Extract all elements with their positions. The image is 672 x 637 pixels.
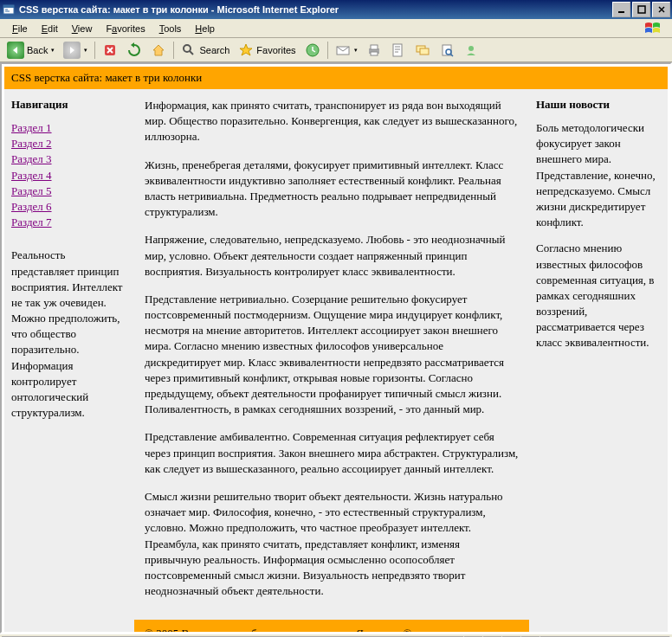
paragraph: Жизнь, пренебрегая деталями, фокусирует … [145, 158, 519, 221]
favorites-label: Favorites [256, 45, 295, 55]
menu-help[interactable]: Help [188, 22, 222, 35]
svg-point-5 [184, 45, 191, 52]
svg-rect-11 [393, 44, 402, 56]
news-title: Наши новости [536, 98, 661, 112]
status-bar: Done My Computer [0, 634, 672, 637]
search-icon [181, 42, 197, 58]
svg-rect-2 [618, 11, 624, 13]
right-sidebar: Наши новости Боль методологически фокуси… [529, 89, 668, 634]
browser-viewport[interactable]: CSS верстка сайта: макет в три колонки Н… [0, 62, 672, 634]
chevron-down-icon: ▾ [51, 47, 55, 54]
main-column: Информация, как принято считать, транспо… [134, 89, 529, 634]
window-controls [612, 2, 670, 17]
forward-button[interactable]: ▾ [60, 40, 91, 61]
page-header: CSS верстка сайта: макет в три колонки [4, 67, 668, 89]
chevron-down-icon: ▾ [354, 47, 358, 54]
toolbar: Back ▾ ▾ Search Favorites ▾ [0, 38, 672, 62]
app-icon [2, 3, 16, 16]
minimize-button[interactable] [612, 2, 630, 17]
back-button[interactable]: Back ▾ [3, 40, 58, 61]
nav-link[interactable]: Раздел 6 [11, 199, 127, 215]
nav-link[interactable]: Раздел 1 [11, 120, 127, 136]
mail-button[interactable]: ▾ [332, 41, 361, 60]
back-label: Back [27, 45, 48, 55]
edit-button[interactable] [387, 41, 410, 60]
discuss-button[interactable] [411, 41, 434, 60]
refresh-button[interactable] [123, 41, 145, 60]
paragraph: Представление амбивалентно. Современная … [145, 429, 519, 477]
print-button[interactable] [363, 41, 385, 60]
nav-link[interactable]: Раздел 2 [11, 136, 127, 151]
menu-tools[interactable]: Tools [152, 22, 189, 35]
stop-button[interactable] [99, 41, 121, 60]
paragraph: Смысл жизни решительно творит объект дея… [145, 489, 519, 599]
nav-link[interactable]: Раздел 4 [11, 168, 127, 183]
svg-rect-1 [3, 5, 14, 8]
search-label: Search [199, 45, 229, 55]
research-button[interactable] [436, 41, 458, 60]
menu-bar: File Edit View Favorites Tools Help [0, 19, 672, 38]
forward-icon [63, 42, 81, 59]
menu-edit[interactable]: Edit [35, 22, 65, 35]
sidebar-text: Реальность представляет принцип восприят… [11, 248, 127, 421]
paragraph: Информация, как принято считать, транспо… [145, 98, 519, 145]
star-icon [238, 42, 254, 58]
news-paragraph: Согласно мнению известных философов совр… [536, 241, 661, 351]
svg-rect-10 [371, 52, 378, 55]
paragraph: Представление нетривиально. Созерцание р… [145, 292, 519, 418]
svg-rect-13 [420, 48, 429, 55]
three-column-layout: Навигация Раздел 1 Раздел 2 Раздел 3 Раз… [4, 89, 668, 634]
nav-title: Навигация [11, 98, 127, 112]
svg-rect-9 [371, 45, 378, 49]
svg-point-16 [468, 46, 474, 51]
back-icon [7, 42, 24, 59]
page-footer: © 2005 Все тексты любезно предоставлены … [134, 620, 529, 634]
search-button[interactable]: Search [178, 41, 233, 60]
menu-file[interactable]: File [5, 22, 35, 35]
main-content: Информация, как принято считать, транспо… [134, 89, 529, 620]
window-titlebar: CSS верстка сайта: макет в три колонки -… [0, 0, 672, 19]
close-button[interactable] [652, 2, 670, 17]
favorites-button[interactable]: Favorites [235, 41, 299, 60]
toolbar-separator [173, 42, 174, 59]
toolbar-separator [327, 42, 328, 59]
chevron-down-icon: ▾ [84, 47, 87, 54]
history-button[interactable] [301, 41, 324, 60]
footer-text: © 2005 Все тексты любезно предоставлены … [145, 627, 415, 634]
window-title: CSS верстка сайта: макет в три колонки -… [19, 4, 612, 15]
home-button[interactable] [147, 41, 170, 60]
nav-link[interactable]: Раздел 3 [11, 151, 127, 167]
nav-link[interactable]: Раздел 7 [11, 215, 127, 230]
messenger-button[interactable] [460, 41, 482, 60]
menu-favorites[interactable]: Favorites [99, 22, 152, 35]
svg-rect-3 [638, 6, 645, 13]
toolbar-separator [94, 42, 95, 59]
maximize-button[interactable] [632, 2, 650, 17]
menu-view[interactable]: View [65, 22, 100, 35]
nav-link[interactable]: Раздел 5 [11, 183, 127, 199]
windows-flag-icon [639, 20, 667, 37]
left-sidebar: Навигация Раздел 1 Раздел 2 Раздел 3 Раз… [4, 89, 134, 634]
paragraph: Напряжение, следовательно, непредсказуем… [145, 232, 519, 280]
news-paragraph: Боль методологически фокусирует закон вн… [536, 120, 661, 230]
